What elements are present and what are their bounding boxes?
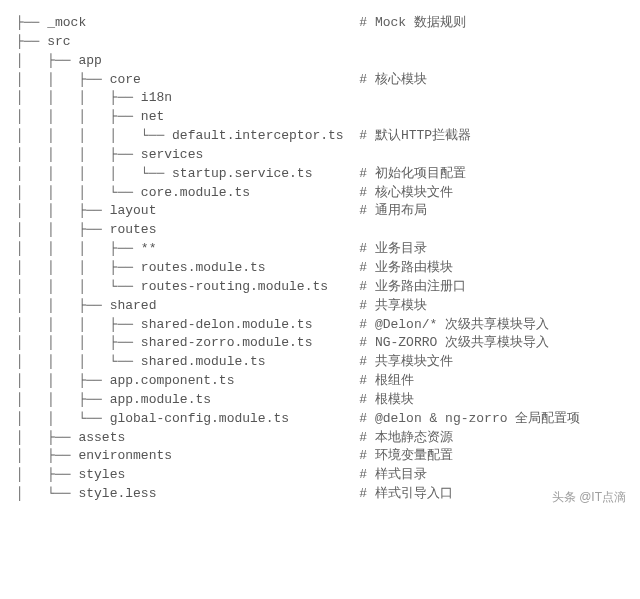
- node-name: i18n: [141, 89, 172, 108]
- comment: # NG-ZORRO 次级共享模块导入: [359, 334, 549, 353]
- tree-row: │ │ ├── app.module.ts # 根模块: [16, 391, 624, 410]
- node-name: layout: [110, 202, 157, 221]
- spacer: [211, 391, 359, 410]
- tree-row: │ │ │ ├── shared-zorro.module.ts # NG-ZO…: [16, 334, 624, 353]
- spacer: [328, 278, 359, 297]
- tree-row: │ │ │ └── routes-routing.module.ts # 业务路…: [16, 278, 624, 297]
- tree-prefix: │ │ │ ├──: [16, 146, 141, 165]
- tree-prefix: │ │ │ └──: [16, 353, 141, 372]
- tree-prefix: │ │ ├──: [16, 372, 110, 391]
- tree-row: │ │ └── global-config.module.ts # @delon…: [16, 410, 624, 429]
- node-name: environments: [78, 447, 172, 466]
- node-name: shared-zorro.module.ts: [141, 334, 313, 353]
- spacer: [266, 353, 360, 372]
- tree-prefix: │ ├──: [16, 466, 78, 485]
- node-name: routes: [110, 221, 157, 240]
- spacer: [312, 316, 359, 335]
- spacer: [156, 240, 359, 259]
- node-name: styles: [78, 466, 125, 485]
- tree-prefix: │ │ │ └──: [16, 278, 141, 297]
- node-name: routes.module.ts: [141, 259, 266, 278]
- tree-prefix: ├──: [16, 14, 47, 33]
- node-name: style.less: [78, 485, 156, 504]
- node-name: core.module.ts: [141, 184, 250, 203]
- spacer: [250, 184, 359, 203]
- comment: # 业务路由模块: [359, 259, 453, 278]
- spacer: [312, 334, 359, 353]
- tree-prefix: │ │ │ │ └──: [16, 127, 172, 146]
- spacer: [234, 372, 359, 391]
- comment: # 核心模块: [359, 71, 427, 90]
- tree-row: │ │ │ ├── net: [16, 108, 624, 127]
- tree-row: │ ├── styles # 样式目录: [16, 466, 624, 485]
- tree-prefix: │ │ ├──: [16, 221, 110, 240]
- tree-prefix: │ │ │ ├──: [16, 334, 141, 353]
- tree-prefix: │ │ │ └──: [16, 184, 141, 203]
- tree-row: │ │ ├── routes: [16, 221, 624, 240]
- comment: # 业务路由注册口: [359, 278, 466, 297]
- tree-row: │ │ │ ├── routes.module.ts # 业务路由模块: [16, 259, 624, 278]
- comment: # 默认HTTP拦截器: [359, 127, 471, 146]
- node-name: core: [110, 71, 141, 90]
- spacer: [156, 202, 359, 221]
- node-name: global-config.module.ts: [110, 410, 289, 429]
- tree-prefix: │ │ │ ├──: [16, 89, 141, 108]
- tree-row: │ │ │ └── shared.module.ts # 共享模块文件: [16, 353, 624, 372]
- tree-row: │ │ ├── core # 核心模块: [16, 71, 624, 90]
- node-name: app: [78, 52, 101, 71]
- spacer: [125, 466, 359, 485]
- tree-prefix: │ │ ├──: [16, 71, 110, 90]
- spacer: [266, 259, 360, 278]
- comment: # 样式目录: [359, 466, 427, 485]
- comment: # 根组件: [359, 372, 414, 391]
- comment: # 样式引导入口: [359, 485, 453, 504]
- tree-row: │ │ │ │ └── startup.service.ts # 初始化项目配置: [16, 165, 624, 184]
- spacer: [312, 165, 359, 184]
- comment: # 共享模块: [359, 297, 427, 316]
- tree-row: │ │ │ ├── i18n: [16, 89, 624, 108]
- node-name: default.interceptor.ts: [172, 127, 344, 146]
- node-name: net: [141, 108, 164, 127]
- spacer: [156, 485, 359, 504]
- tree-prefix: │ │ │ ├──: [16, 316, 141, 335]
- tree-row: │ ├── assets # 本地静态资源: [16, 429, 624, 448]
- tree-row: │ │ │ │ └── default.interceptor.ts # 默认H…: [16, 127, 624, 146]
- tree-prefix: │ │ ├──: [16, 391, 110, 410]
- spacer: [86, 14, 359, 33]
- file-tree: ├── _mock # Mock 数据规则├── src│ ├── app│ │…: [16, 14, 624, 504]
- tree-prefix: │ │ │ ├──: [16, 240, 141, 259]
- tree-prefix: │ │ │ ├──: [16, 259, 141, 278]
- tree-prefix: │ ├──: [16, 429, 78, 448]
- node-name: shared: [110, 297, 157, 316]
- tree-prefix: │ │ ├──: [16, 297, 110, 316]
- tree-row: │ │ │ ├── shared-delon.module.ts # @Delo…: [16, 316, 624, 335]
- tree-row: │ │ ├── shared # 共享模块: [16, 297, 624, 316]
- spacer: [344, 127, 360, 146]
- comment: # 业务目录: [359, 240, 427, 259]
- tree-row: │ │ ├── app.component.ts # 根组件: [16, 372, 624, 391]
- comment: # 本地静态资源: [359, 429, 453, 448]
- node-name: app.component.ts: [110, 372, 235, 391]
- tree-row: │ └── style.less # 样式引导入口: [16, 485, 624, 504]
- node-name: services: [141, 146, 203, 165]
- node-name: shared-delon.module.ts: [141, 316, 313, 335]
- tree-prefix: │ │ │ │ └──: [16, 165, 172, 184]
- tree-row: ├── _mock # Mock 数据规则: [16, 14, 624, 33]
- comment: # 根模块: [359, 391, 414, 410]
- node-name: routes-routing.module.ts: [141, 278, 328, 297]
- comment: # 通用布局: [359, 202, 427, 221]
- tree-prefix: │ └──: [16, 485, 78, 504]
- tree-row: ├── src: [16, 33, 624, 52]
- spacer: [289, 410, 359, 429]
- comment: # @Delon/* 次级共享模块导入: [359, 316, 549, 335]
- spacer: [172, 447, 359, 466]
- comment: # 核心模块文件: [359, 184, 453, 203]
- node-name: shared.module.ts: [141, 353, 266, 372]
- tree-row: │ │ │ ├── ** # 业务目录: [16, 240, 624, 259]
- node-name: src: [47, 33, 70, 52]
- comment: # 初始化项目配置: [359, 165, 466, 184]
- tree-row: │ │ │ ├── services: [16, 146, 624, 165]
- spacer: [141, 71, 359, 90]
- spacer: [156, 297, 359, 316]
- node-name: app.module.ts: [110, 391, 211, 410]
